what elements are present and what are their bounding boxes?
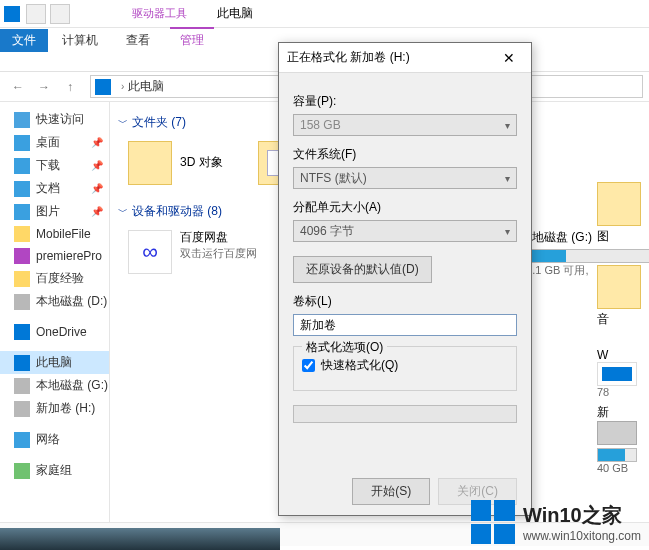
- sidebar-item-label: 网络: [36, 431, 60, 448]
- quick-format-input[interactable]: [302, 359, 315, 372]
- sidebar-item[interactable]: 桌面📌: [0, 131, 109, 154]
- sidebar-item-label: 桌面: [36, 134, 60, 151]
- sidebar-item-label: 图片: [36, 203, 60, 220]
- desk-icon: [14, 135, 30, 151]
- net-icon: [14, 432, 30, 448]
- folder-icon: [597, 182, 641, 226]
- taskbar-peek: [0, 528, 280, 550]
- quick-format-checkbox[interactable]: 快速格式化(Q): [302, 357, 508, 374]
- dl-icon: [14, 158, 30, 174]
- format-progress-bar: [293, 405, 517, 423]
- tab-manage[interactable]: 管理: [170, 27, 214, 52]
- sidebar-item[interactable]: 家庭组: [0, 459, 109, 482]
- sidebar-item[interactable]: OneDrive: [0, 321, 109, 343]
- drive-item[interactable]: 百度网盘双击运行百度网: [128, 230, 288, 278]
- capacity-select[interactable]: 158 GB: [293, 114, 517, 136]
- qat-properties-icon[interactable]: [26, 4, 46, 24]
- sidebar-item[interactable]: MobileFile: [0, 223, 109, 245]
- sidebar-item-label: 新加卷 (H:): [36, 400, 95, 417]
- sidebar-item[interactable]: 快速访问: [0, 108, 109, 131]
- sidebar-item-label: 本地磁盘 (G:): [36, 377, 108, 394]
- sidebar-item[interactable]: 百度经验: [0, 267, 109, 290]
- folder-item[interactable]: 3D 对象: [128, 141, 248, 185]
- item-sublabel: 双击运行百度网: [180, 246, 288, 261]
- pin-icon: 📌: [91, 160, 103, 171]
- capacity-bar: [597, 448, 637, 462]
- allocation-select[interactable]: 4096 字节: [293, 220, 517, 242]
- sidebar-item-label: premierePro: [36, 249, 102, 263]
- chevron-down-icon: ﹀: [118, 116, 128, 130]
- dialog-title: 正在格式化 新加卷 (H:): [287, 49, 495, 66]
- close-icon[interactable]: ✕: [495, 48, 523, 68]
- item-sublabel: 40 GB: [597, 462, 649, 474]
- home-icon: [14, 463, 30, 479]
- ribbon-context-label: 驱动器工具: [132, 6, 187, 21]
- sidebar-item-label: MobileFile: [36, 227, 91, 241]
- restore-defaults-button[interactable]: 还原设备的默认值(D): [293, 256, 432, 283]
- file-tab[interactable]: 文件: [0, 29, 48, 52]
- allocation-label: 分配单元大小(A): [293, 199, 517, 216]
- filesystem-label: 文件系统(F): [293, 146, 517, 163]
- breadcrumb-root[interactable]: 此电脑: [128, 78, 164, 95]
- tab-computer[interactable]: 计算机: [48, 29, 112, 52]
- sidebar-item-label: 家庭组: [36, 462, 72, 479]
- volume-label-label: 卷标(L): [293, 293, 517, 310]
- sidebar-item[interactable]: 此电脑: [0, 351, 109, 374]
- item-sublabel: 78: [597, 386, 649, 398]
- pin-icon: 📌: [91, 137, 103, 148]
- folder-item[interactable]: 图: [597, 182, 649, 245]
- group-devices-title: 设备和驱动器 (8): [132, 203, 222, 220]
- sidebar-item[interactable]: 新加卷 (H:): [0, 397, 109, 420]
- nav-fwd-icon: →: [32, 75, 56, 99]
- chevron-right-icon[interactable]: ›: [121, 81, 124, 92]
- start-button[interactable]: 开始(S): [352, 478, 430, 505]
- quick-format-label: 快速格式化(Q): [321, 357, 398, 374]
- filesystem-select[interactable]: NTFS (默认): [293, 167, 517, 189]
- nav-sidebar: 快速访问桌面📌下载📌文档📌图片📌MobileFilepremierePro百度经…: [0, 102, 110, 522]
- volume-label-input[interactable]: [293, 314, 517, 336]
- sidebar-item-label: 此电脑: [36, 354, 72, 371]
- pc-icon: [14, 355, 30, 371]
- group-folders-title: 文件夹 (7): [132, 114, 186, 131]
- sidebar-item-label: 本地磁盘 (D:): [36, 293, 107, 310]
- sidebar-item[interactable]: 网络: [0, 428, 109, 451]
- item-label: 3D 对象: [180, 155, 223, 171]
- drive-item[interactable]: W78: [597, 348, 649, 398]
- folder-item[interactable]: 音: [597, 265, 649, 328]
- chevron-down-icon: ﹀: [118, 205, 128, 219]
- pic-icon: [14, 204, 30, 220]
- item-label: 新: [597, 404, 649, 421]
- item-label: 百度网盘: [180, 230, 288, 246]
- item-label: 音: [597, 311, 649, 328]
- sidebar-item-label: 下载: [36, 157, 60, 174]
- tab-view[interactable]: 查看: [112, 29, 164, 52]
- nav-up-icon[interactable]: ↑: [58, 75, 82, 99]
- sidebar-item-label: 文档: [36, 180, 60, 197]
- sidebar-item[interactable]: 本地磁盘 (D:): [0, 290, 109, 313]
- nav-back-icon[interactable]: ←: [6, 75, 30, 99]
- drive-icon: [128, 230, 172, 274]
- sidebar-item[interactable]: 本地磁盘 (G:): [0, 374, 109, 397]
- drive-icon: [14, 401, 30, 417]
- format-dialog: 正在格式化 新加卷 (H:) ✕ 容量(P): 158 GB 文件系统(F) N…: [278, 42, 532, 516]
- watermark-brand: Win10之家: [523, 502, 641, 529]
- sidebar-item[interactable]: 图片📌: [0, 200, 109, 223]
- capacity-label: 容量(P):: [293, 93, 517, 110]
- drive-item[interactable]: 新40 GB: [597, 404, 649, 474]
- window-title: 此电脑: [217, 5, 253, 22]
- cloud-icon: [14, 324, 30, 340]
- drive-icon: [14, 294, 30, 310]
- drive-icon: [14, 378, 30, 394]
- sidebar-item[interactable]: 下载📌: [0, 154, 109, 177]
- qat-dropdown-icon[interactable]: [50, 4, 70, 24]
- star-icon: [14, 112, 30, 128]
- folder-icon: [597, 265, 641, 309]
- sidebar-item[interactable]: 文档📌: [0, 177, 109, 200]
- sidebar-item-label: 百度经验: [36, 270, 84, 287]
- format-options-group: 格式化选项(O) 快速格式化(Q): [293, 346, 517, 391]
- sidebar-item[interactable]: premierePro: [0, 245, 109, 267]
- dialog-body: 容量(P): 158 GB 文件系统(F) NTFS (默认) 分配单元大小(A…: [279, 73, 531, 433]
- fldY-icon: [14, 271, 30, 287]
- sidebar-item-label: 快速访问: [36, 111, 84, 128]
- watermark: Win10之家 www.win10xitong.com: [471, 500, 641, 544]
